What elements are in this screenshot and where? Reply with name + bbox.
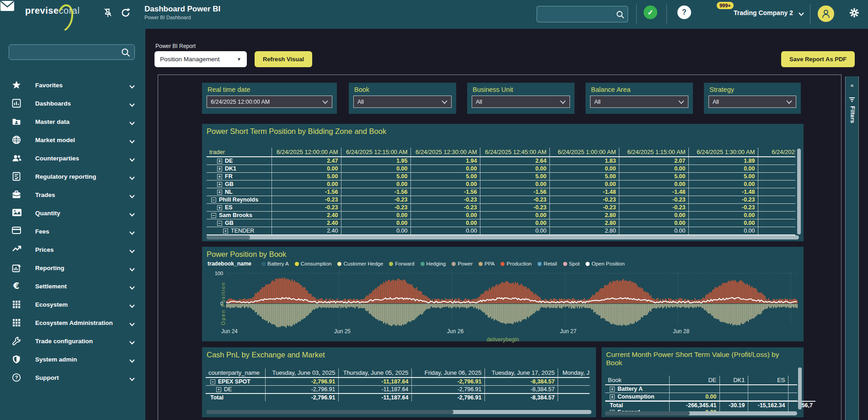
avatar-icon[interactable] bbox=[818, 5, 834, 22]
column-header[interactable]: 6/24/2025 12:00:00 AM bbox=[272, 148, 341, 157]
column-header[interactable]: Book bbox=[605, 376, 669, 385]
expand-icon[interactable]: + bbox=[610, 387, 615, 392]
sidebar-item-support[interactable]: ?Support bbox=[0, 368, 145, 387]
sidebar-item-dashboards[interactable]: Dashboards bbox=[0, 94, 145, 112]
search-icon[interactable] bbox=[616, 10, 625, 19]
column-header[interactable]: ES bbox=[748, 376, 788, 385]
position-table-hscrollbar[interactable] bbox=[207, 235, 799, 239]
column-header[interactable]: counterparty_name bbox=[206, 368, 265, 377]
column-header[interactable]: Monday, Jun bbox=[558, 368, 590, 377]
refresh-visual-button[interactable]: Refresh Visual bbox=[255, 51, 312, 67]
expand-icon[interactable]: + bbox=[610, 394, 615, 399]
sidebar-item-favorites[interactable]: Favorites bbox=[0, 76, 145, 94]
slicer-value: 6/24/2025 12:00:00 AM bbox=[211, 99, 322, 105]
pin-off-icon[interactable] bbox=[102, 7, 114, 19]
collapse-icon[interactable]: − bbox=[210, 379, 215, 384]
slicer-dropdown-real-time-date[interactable]: 6/24/2025 12:00:00 AM bbox=[207, 96, 332, 108]
column-header[interactable]: Tuesday, June 03, 2025 bbox=[265, 368, 338, 377]
sidebar-item-market-model[interactable]: Market model bbox=[0, 131, 145, 149]
refresh-icon[interactable] bbox=[120, 7, 132, 19]
column-header[interactable]: 6/24/2025 12:15:00 AM bbox=[341, 148, 410, 157]
column-header[interactable]: trader bbox=[207, 148, 272, 157]
sidebar-item-prices[interactable]: Prices bbox=[0, 240, 145, 259]
expand-icon[interactable]: + bbox=[216, 387, 221, 392]
sidebar-item-system-admin[interactable]: System admin bbox=[0, 350, 145, 368]
star-icon bbox=[12, 80, 21, 90]
value-cell: -8,384.57 bbox=[485, 377, 558, 386]
legend-item-consumption[interactable]: Consumption bbox=[295, 261, 332, 266]
header-search-input[interactable] bbox=[537, 6, 614, 22]
sidebar-item-ecosystem-administration[interactable]: Ecosystem Administration bbox=[0, 314, 145, 332]
help-circle-icon[interactable]: ? bbox=[677, 5, 691, 19]
expand-icon[interactable]: + bbox=[223, 229, 228, 234]
column-header[interactable]: FR bbox=[788, 376, 797, 385]
slicer-dropdown-business-unit[interactable]: All bbox=[472, 96, 570, 108]
value-cell: -0.23 bbox=[688, 204, 758, 212]
column-header[interactable]: 6/24/2025 bbox=[758, 148, 795, 157]
save-report-pdf-button[interactable]: Save Report As PDF bbox=[781, 51, 855, 67]
legend-item-power[interactable]: Power bbox=[452, 261, 473, 266]
column-header[interactable]: DE bbox=[669, 376, 719, 385]
sidebar-item-quantity[interactable]: Quantity bbox=[0, 204, 145, 222]
sidebar-item-trades[interactable]: Trades bbox=[0, 186, 145, 204]
collapse-icon[interactable]: − bbox=[211, 197, 216, 202]
column-header[interactable]: 6/24/2025 1:00:00 AM bbox=[549, 148, 619, 157]
column-header[interactable]: 6/24/2025 12:30:00 AM bbox=[410, 148, 480, 157]
legend-item-retail[interactable]: Retail bbox=[538, 261, 557, 266]
sidebar-item-settlement[interactable]: €Settlement bbox=[0, 277, 145, 295]
current-month-vscrollbar[interactable] bbox=[798, 367, 802, 409]
value-cell: 2.80 bbox=[549, 219, 619, 227]
expand-icon[interactable]: + bbox=[217, 166, 222, 171]
sidebar-search[interactable] bbox=[9, 44, 135, 60]
table-total-row: Total-266,345.41-30.19-15,162.34256,7 bbox=[605, 401, 815, 409]
collapse-icon[interactable]: − bbox=[211, 213, 216, 218]
sidebar-item-master-data[interactable]: Master data bbox=[0, 112, 145, 131]
search-icon[interactable] bbox=[121, 48, 131, 58]
expand-icon[interactable]: + bbox=[217, 205, 222, 210]
legend-item-hedging[interactable]: Hedging bbox=[421, 261, 446, 266]
column-header[interactable]: Tuesday, June 17, 2025 bbox=[485, 368, 558, 377]
sidebar-item-fees[interactable]: Fees bbox=[0, 222, 145, 240]
sidebar-search-input[interactable] bbox=[9, 45, 118, 59]
slicer-dropdown-balance-area[interactable]: All bbox=[590, 96, 688, 108]
legend-item-production[interactable]: Production bbox=[501, 261, 532, 266]
legend-item-battery-a[interactable]: Battery A bbox=[261, 261, 289, 266]
app-logo: previsecoral bbox=[25, 5, 98, 24]
legend-item-forward[interactable]: Forward bbox=[389, 261, 414, 266]
column-header[interactable]: Friday, June 06, 2025 bbox=[411, 368, 485, 377]
legend-item-ppa[interactable]: PPA bbox=[479, 261, 495, 266]
gear-icon[interactable] bbox=[848, 7, 860, 19]
cash-pnl-hscrollbar[interactable] bbox=[207, 410, 591, 414]
collapse-icon[interactable]: − bbox=[217, 221, 222, 226]
header-search[interactable] bbox=[537, 6, 628, 22]
legend-item-customer-hedge[interactable]: Customer Hedge bbox=[337, 261, 383, 266]
column-header[interactable]: 6/24/2025 1:15:00 AM bbox=[619, 148, 688, 157]
expand-icon[interactable]: + bbox=[217, 190, 222, 195]
filters-pane-collapsed[interactable]: « Filters bbox=[845, 76, 859, 420]
slicer-dropdown-book[interactable]: All bbox=[353, 96, 452, 108]
expand-icon[interactable]: + bbox=[217, 182, 222, 187]
sidebar-item-ecosystem[interactable]: Ecosystem bbox=[0, 295, 145, 314]
value-cell: -2,796.91 bbox=[265, 393, 338, 401]
current-month-hscrollbar[interactable] bbox=[605, 411, 797, 415]
chevron-down-icon bbox=[442, 98, 451, 106]
column-header[interactable]: 6/24/2025 12:45:00 AM bbox=[480, 148, 549, 157]
sidebar-item-reporting[interactable]: Reporting bbox=[0, 259, 145, 277]
check-circle-icon[interactable]: ✓ bbox=[644, 5, 657, 19]
sidebar-item-regulatory-reporting[interactable]: Regulatory reporting bbox=[0, 167, 145, 186]
sidebar-item-counterparties[interactable]: Counterparties bbox=[0, 149, 145, 167]
collapse-pane-icon[interactable]: « bbox=[846, 82, 858, 89]
company-selector[interactable]: Trading Company 2 bbox=[734, 9, 804, 16]
sidebar-item-trade-configuration[interactable]: Trade configuration bbox=[0, 332, 145, 350]
column-header[interactable]: DK1 bbox=[719, 376, 748, 385]
legend-item-spot[interactable]: Spot bbox=[563, 261, 580, 266]
position-table-vscrollbar[interactable] bbox=[797, 149, 801, 234]
column-header[interactable]: Thursday, June 05, 2025 bbox=[338, 368, 411, 377]
expand-icon[interactable]: + bbox=[217, 174, 222, 179]
report-dropdown[interactable]: Position Management ▼ bbox=[154, 51, 247, 67]
expand-icon[interactable]: + bbox=[217, 159, 222, 164]
slicer-dropdown-strategy[interactable]: All bbox=[708, 96, 796, 108]
column-header[interactable]: 6/24/2025 1:30:00 AM bbox=[688, 148, 758, 157]
power-position-chart[interactable]: 1000Jun 24Jun 25Jun 26Jun 27Jun 28Open P… bbox=[206, 268, 800, 336]
legend-item-open-position[interactable]: Open Position bbox=[586, 261, 624, 266]
